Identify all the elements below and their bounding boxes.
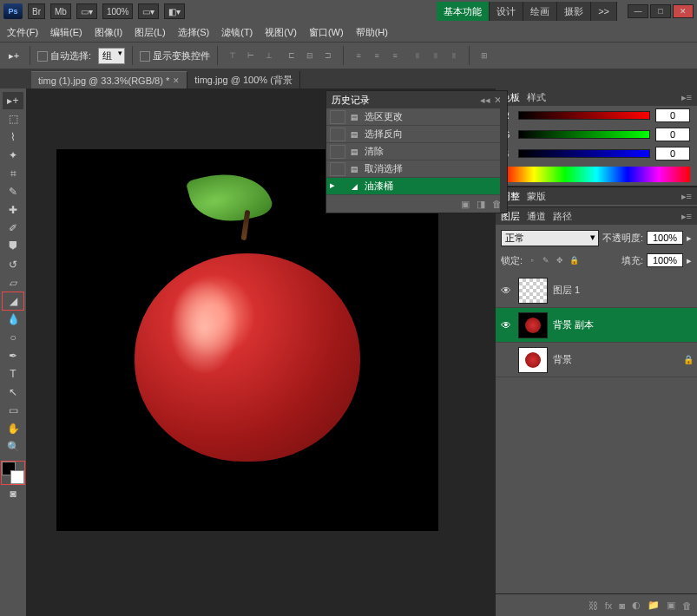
menu-layer[interactable]: 图层(L) [129,24,170,41]
workspace-essentials[interactable]: 基本功能 [437,2,490,21]
layer-item-1[interactable]: 👁 图层 1 [496,273,697,308]
lock-transparent-icon[interactable]: ▫ [526,254,538,266]
group-icon[interactable]: 📁 [648,600,660,611]
align-vcenter-icon[interactable]: ⊢ [243,49,259,62]
layer-thumbnail[interactable] [518,278,548,304]
align-bottom-icon[interactable]: ⊥ [261,49,277,62]
dist-1-icon[interactable]: ≡ [351,49,366,62]
wand-tool[interactable]: ✦ [3,147,23,164]
eyedropper-tool[interactable]: ✎ [3,183,23,200]
crop-tool[interactable]: ⌗ [3,165,23,182]
healing-tool[interactable]: ✚ [3,201,23,219]
dist-5-icon[interactable]: ⫴ [428,49,444,62]
shape-tool[interactable]: ▭ [3,402,23,419]
align-hcenter-icon[interactable]: ⊟ [302,49,318,62]
history-item[interactable]: ▤清除 [326,143,507,161]
eraser-tool[interactable]: ▱ [3,274,23,292]
layer-style-icon[interactable]: fx [605,600,613,611]
panel-menu-icon[interactable]: ▸≡ [681,211,692,222]
quick-mask-tool[interactable]: ◙ [3,485,23,502]
history-brush-tool[interactable]: ↺ [3,256,23,273]
b-value[interactable]: 0 [655,147,690,161]
menu-edit[interactable]: 编辑(E) [45,24,88,41]
stamp-tool[interactable]: ⛊ [3,238,23,255]
mini-bridge-btn[interactable]: Mb [50,3,71,19]
opacity-arrow-icon[interactable]: ▸ [687,233,692,244]
b-slider[interactable] [518,149,650,158]
g-slider[interactable] [518,130,650,139]
layer-mask-icon[interactable]: ◙ [619,600,625,611]
layer-item-bg[interactable]: 背景 🔒 [496,343,697,377]
menu-filter[interactable]: 滤镜(T) [216,24,258,41]
bridge-btn[interactable]: Br [28,3,45,19]
show-transform-checkbox[interactable]: 显示变换控件 [140,49,210,62]
pen-tool[interactable]: ✒ [3,347,23,364]
lasso-tool[interactable]: ⌇ [3,128,23,146]
menu-view[interactable]: 视图(V) [260,24,302,41]
align-left-icon[interactable]: ⊏ [284,49,299,62]
type-tool[interactable]: T [3,365,23,383]
new-doc-icon[interactable]: ◨ [477,199,485,210]
menu-window[interactable]: 窗口(W) [304,24,349,41]
history-item-current[interactable]: ▸◢油漆桶 [326,178,507,195]
maximize-button[interactable]: □ [650,4,671,18]
opacity-input[interactable]: 100% [647,231,683,245]
menu-help[interactable]: 帮助(H) [351,24,393,41]
visibility-icon[interactable]: 👁 [499,285,513,297]
history-panel[interactable]: 历史记录 ◂◂ ✕ ▤选区更改 ▤选择反向 ▤清除 ▤取消选择 ▸◢油漆桶 ▣ … [325,90,508,213]
menu-file[interactable]: 文件(F) [2,24,43,41]
history-item[interactable]: ▤取消选择 [326,161,507,178]
move-tool[interactable]: ▸+ [3,92,23,109]
workspace-design[interactable]: 设计 [490,2,523,21]
dist-6-icon[interactable]: ⫴ [446,49,462,62]
document-tab-2[interactable]: timg.jpg @ 100% (背景 [187,71,300,88]
blend-mode-select[interactable]: 正常 [501,230,599,246]
minimize-button[interactable]: — [628,4,648,18]
background-color[interactable] [10,470,24,484]
scrollbar[interactable] [500,91,507,213]
dist-4-icon[interactable]: ⫴ [410,49,425,62]
snapshot-icon[interactable]: ▣ [461,199,470,210]
history-header[interactable]: 历史记录 ◂◂ ✕ [326,91,507,108]
zoom-tool[interactable]: 🔍 [3,438,23,455]
lock-position-icon[interactable]: ✥ [554,254,566,266]
path-tool[interactable]: ↖ [3,383,23,401]
menu-select[interactable]: 选择(S) [173,24,215,41]
paint-bucket-tool[interactable]: ◢ [3,292,23,310]
hand-tool[interactable]: ✋ [3,420,23,437]
workspace-painting[interactable]: 绘画 [523,2,557,21]
visibility-icon[interactable]: 👁 [499,319,513,331]
new-layer-icon[interactable]: ▣ [667,600,675,611]
history-item[interactable]: ▤选择反向 [326,126,507,143]
align-right-icon[interactable]: ⊐ [320,49,336,62]
channels-tab[interactable]: 通道 [527,210,546,223]
brush-tool[interactable]: ✐ [3,220,23,237]
dodge-tool[interactable]: ○ [3,329,23,346]
r-value[interactable]: 0 [655,108,690,122]
paths-tab[interactable]: 路径 [553,210,572,223]
marquee-tool[interactable]: ⬚ [3,110,23,128]
auto-select-type[interactable]: 组 [98,48,125,64]
fill-arrow-icon[interactable]: ▸ [687,255,692,266]
document-tab-1[interactable]: timg (1).jpg @ 33.3%(RGB/8) * ✕ [31,71,187,88]
masks-tab[interactable]: 蒙版 [527,190,546,203]
panel-menu-icon[interactable]: ▸≡ [681,191,692,202]
auto-align-icon[interactable]: ⊞ [477,49,492,62]
close-tab-icon[interactable]: ✕ [173,76,180,85]
g-value[interactable]: 0 [655,128,690,141]
dist-3-icon[interactable]: ≡ [387,49,403,62]
color-spectrum[interactable] [503,167,690,182]
history-tab[interactable]: 历史记录 [332,94,370,107]
workspace-more[interactable]: >> [591,2,617,21]
layer-thumbnail[interactable] [518,312,548,338]
layer-item-bg-copy[interactable]: 👁 背景 副本 [496,308,697,343]
link-layers-icon[interactable]: ⛓ [589,600,598,611]
collapse-icon[interactable]: ◂◂ [480,95,490,106]
lock-all-icon[interactable]: 🔒 [568,254,580,266]
close-button[interactable]: ✕ [673,4,694,18]
extras-btn[interactable]: ◧▾ [164,3,185,19]
adjustment-layer-icon[interactable]: ◐ [632,600,641,611]
dist-2-icon[interactable]: ≡ [369,49,385,62]
layer-thumbnail[interactable] [518,347,548,373]
menu-image[interactable]: 图像(I) [89,24,128,41]
